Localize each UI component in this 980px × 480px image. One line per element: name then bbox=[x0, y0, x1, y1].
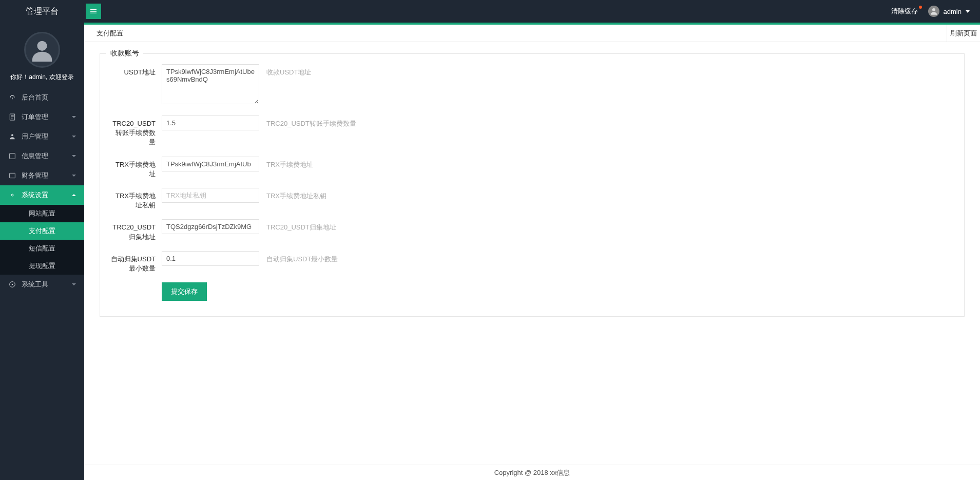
submenu-item-1[interactable]: 支付配置 bbox=[0, 222, 84, 240]
sidebar-item-0[interactable]: 后台首页 bbox=[0, 88, 84, 107]
chevron-down-icon bbox=[72, 175, 76, 177]
dashboard-icon bbox=[8, 93, 16, 102]
chevron-down-icon bbox=[72, 283, 76, 285]
welcome-text: 你好！admin, 欢迎登录 bbox=[0, 73, 84, 82]
form-row-5: 自动归集USDT最小数量 自动归集USDT最小数量 bbox=[110, 251, 954, 273]
active-tab[interactable]: 支付配置 bbox=[92, 29, 127, 38]
input-3[interactable] bbox=[162, 188, 259, 203]
input-2[interactable] bbox=[162, 157, 259, 171]
sidebar-item-label: 后台首页 bbox=[22, 93, 48, 102]
form-label-2: TRX手续费地址 bbox=[110, 157, 162, 179]
user-icon bbox=[8, 132, 16, 141]
sidebar-item-label: 用户管理 bbox=[22, 132, 48, 141]
finance-icon bbox=[8, 171, 16, 180]
form-row-2: TRX手续费地址 TRX手续费地址 bbox=[110, 157, 954, 179]
sidebar-item-4[interactable]: 财务管理 bbox=[0, 166, 84, 185]
svg-point-5 bbox=[11, 194, 13, 196]
chevron-down-icon bbox=[72, 155, 76, 157]
input-0[interactable]: TPsk9iwfWjC8J3rmEmjAtUbes69NmvBndQ bbox=[162, 64, 259, 104]
form-hint-5: 自动归集USDT最小数量 bbox=[259, 251, 338, 264]
form-row-4: TRC20_USDT归集地址 TRC20_USDT归集地址 bbox=[110, 219, 954, 241]
avatar bbox=[24, 32, 60, 68]
sidebar-item-label: 信息管理 bbox=[22, 151, 48, 161]
form-label-1: TRC20_USDT转账手续费数量 bbox=[110, 116, 162, 147]
avatar-icon bbox=[928, 6, 939, 17]
username-label: admin bbox=[944, 8, 962, 15]
svg-point-2 bbox=[11, 134, 13, 136]
settings-icon bbox=[8, 191, 16, 199]
clear-cache-button[interactable]: 清除缓存 bbox=[891, 7, 918, 16]
form-label-3: TRX手续费地址私钥 bbox=[110, 188, 162, 210]
fieldset-title: 收款账号 bbox=[106, 49, 143, 58]
sidebar-item-label: 系统设置 bbox=[22, 190, 48, 200]
input-1[interactable] bbox=[162, 116, 259, 130]
form-row-0: USDT地址 TPsk9iwfWjC8J3rmEmjAtUbes69NmvBnd… bbox=[110, 64, 954, 106]
input-4[interactable] bbox=[162, 219, 259, 234]
form-label-4: TRC20_USDT归集地址 bbox=[110, 219, 162, 241]
form-row-3: TRX手续费地址私钥 TRX手续费地址私钥 bbox=[110, 188, 954, 210]
sidebar: 你好！admin, 欢迎登录 后台首页订单管理用户管理信息管理财务管理系统设置网… bbox=[0, 23, 84, 480]
app-title: 管理平台 bbox=[0, 6, 84, 17]
form-label-0: USDT地址 bbox=[110, 64, 162, 77]
info-icon bbox=[8, 152, 16, 160]
chevron-down-icon bbox=[72, 116, 76, 118]
svg-rect-4 bbox=[10, 173, 15, 178]
hamburger-icon bbox=[89, 7, 98, 15]
menu-toggle-button[interactable] bbox=[86, 4, 101, 19]
form-hint-1: TRC20_USDT转账手续费数量 bbox=[259, 116, 356, 128]
sidebar-item-3[interactable]: 信息管理 bbox=[0, 146, 84, 166]
sidebar-item-label: 财务管理 bbox=[22, 171, 48, 180]
form-hint-2: TRX手续费地址 bbox=[259, 157, 313, 169]
avatar-block: 你好！admin, 欢迎登录 bbox=[0, 23, 84, 88]
sidebar-item-label: 订单管理 bbox=[22, 112, 48, 122]
form-row-1: TRC20_USDT转账手续费数量 TRC20_USDT转账手续费数量 bbox=[110, 116, 954, 147]
sidebar-item-2[interactable]: 用户管理 bbox=[0, 127, 84, 146]
notification-dot-icon bbox=[919, 6, 922, 9]
order-icon bbox=[8, 113, 16, 121]
fieldset-receiving-account: 收款账号 USDT地址 TPsk9iwfWjC8J3rmEmjAtUbes69N… bbox=[100, 53, 965, 317]
tabs-bar: 支付配置 刷新页面 bbox=[84, 25, 980, 42]
form-label-5: 自动归集USDT最小数量 bbox=[110, 251, 162, 273]
sidebar-item-1[interactable]: 订单管理 bbox=[0, 107, 84, 127]
input-5[interactable] bbox=[162, 251, 259, 266]
svg-point-1 bbox=[37, 41, 47, 51]
user-menu[interactable]: admin bbox=[928, 6, 970, 17]
form-hint-4: TRC20_USDT归集地址 bbox=[259, 219, 336, 232]
topbar: 管理平台 清除缓存 admin bbox=[0, 0, 980, 23]
caret-down-icon bbox=[966, 10, 970, 13]
form-hint-3: TRX手续费地址私钥 bbox=[259, 188, 326, 201]
submit-button[interactable]: 提交保存 bbox=[162, 282, 207, 301]
svg-point-7 bbox=[12, 284, 13, 285]
sidebar-item-label: 系统工具 bbox=[22, 280, 48, 289]
svg-point-0 bbox=[932, 8, 935, 11]
footer: Copyright @ 2018 xx信息 bbox=[84, 465, 980, 480]
sidebar-item-5[interactable]: 系统设置 bbox=[0, 185, 84, 205]
svg-rect-3 bbox=[10, 153, 15, 159]
submenu: 网站配置支付配置短信配置提现配置 bbox=[0, 205, 84, 275]
sidebar-item-6[interactable]: 系统工具 bbox=[0, 275, 84, 294]
form-hint-0: 收款USDT地址 bbox=[259, 64, 311, 77]
tool-icon bbox=[8, 280, 16, 289]
submenu-item-0[interactable]: 网站配置 bbox=[0, 205, 84, 222]
submenu-item-2[interactable]: 短信配置 bbox=[0, 240, 84, 257]
chevron-down-icon bbox=[72, 136, 76, 138]
main-content: 支付配置 刷新页面 收款账号 USDT地址 TPsk9iwfWjC8J3rmEm… bbox=[84, 23, 980, 480]
chevron-up-icon bbox=[72, 194, 76, 196]
refresh-button[interactable]: 刷新页面 bbox=[947, 25, 980, 42]
submenu-item-3[interactable]: 提现配置 bbox=[0, 257, 84, 275]
main-menu: 后台首页订单管理用户管理信息管理财务管理系统设置网站配置支付配置短信配置提现配置… bbox=[0, 88, 84, 294]
